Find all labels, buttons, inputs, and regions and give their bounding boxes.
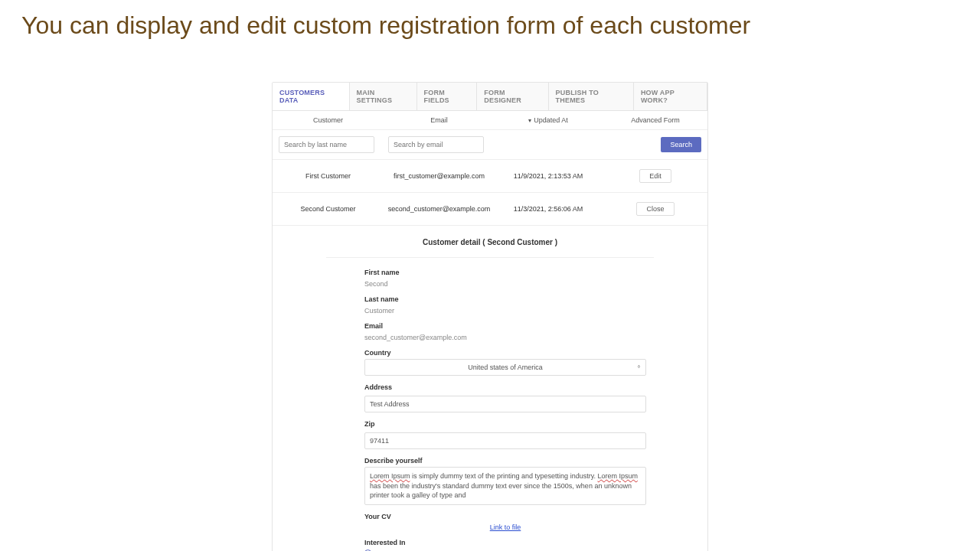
col-updated-at[interactable]: ▾Updated At	[495, 116, 602, 124]
interested-label: Interested In	[364, 539, 646, 546]
cell-updated: 11/9/2021, 2:13:53 AM	[495, 172, 602, 180]
tab-form-designer[interactable]: FORM DESIGNER	[477, 83, 548, 110]
tab-customers-data[interactable]: CUSTOMERS DATA	[273, 83, 350, 110]
table-row: First Customer first_customer@example.co…	[273, 160, 707, 193]
field-zip: Zip	[326, 420, 654, 449]
close-button[interactable]: Close	[636, 202, 674, 216]
tab-publish-to-themes[interactable]: PUBLISH TO THEMES	[549, 83, 634, 110]
col-updated-label: Updated At	[534, 116, 568, 124]
filter-row: Search	[273, 129, 707, 160]
describe-text: has been the industry's standard dummy t…	[370, 482, 632, 500]
field-email: Email second_customer@example.com	[326, 322, 654, 341]
search-email-input[interactable]	[388, 136, 484, 153]
field-interested: Interested In Computers Sport Science We…	[326, 539, 654, 551]
search-lastname-input[interactable]	[279, 136, 374, 153]
table-row: Second Customer second_customer@example.…	[273, 193, 707, 226]
tab-form-fields[interactable]: FORM FIELDS	[417, 83, 478, 110]
first-name-value: Second	[364, 280, 388, 288]
cv-link[interactable]: Link to file	[364, 523, 646, 531]
field-country: Country United states of America	[326, 349, 654, 376]
edit-button[interactable]: Edit	[639, 169, 671, 183]
col-email[interactable]: Email	[384, 116, 495, 124]
describe-text: is simply dummy text of the printing and…	[410, 472, 598, 480]
first-name-label: First name	[364, 269, 646, 276]
customer-detail: Customer detail ( Second Customer ) Firs…	[273, 226, 707, 551]
sort-desc-icon: ▾	[528, 117, 531, 124]
table-header: Customer Email ▾Updated At Advanced Form	[273, 111, 707, 129]
page-title: You can display and edit custom registra…	[0, 0, 980, 55]
tab-main-settings[interactable]: MAIN SETTINGS	[350, 83, 417, 110]
app-container: CUSTOMERS DATA MAIN SETTINGS FORM FIELDS…	[272, 82, 708, 551]
zip-input[interactable]	[364, 432, 646, 449]
describe-text: Lorem Ipsum	[597, 472, 638, 480]
describe-textarea[interactable]: Lorem Ipsum is simply dummy text of the …	[364, 467, 646, 505]
cell-customer: First Customer	[273, 172, 384, 180]
field-first-name: First name Second	[326, 269, 654, 288]
country-label: Country	[364, 349, 646, 357]
field-last-name: Last name Customer	[326, 295, 654, 315]
email-value: second_customer@example.com	[364, 334, 467, 341]
last-name-value: Customer	[364, 307, 394, 315]
zip-label: Zip	[364, 420, 646, 428]
email-label: Email	[364, 322, 646, 330]
cell-email: second_customer@example.com	[384, 205, 495, 213]
cell-updated: 11/3/2021, 2:56:06 AM	[495, 205, 602, 213]
col-customer[interactable]: Customer	[273, 116, 384, 124]
search-button[interactable]: Search	[661, 137, 701, 152]
col-advanced-form: Advanced Form	[602, 116, 709, 124]
field-cv: Your CV Link to file	[326, 513, 654, 531]
tab-how-app-work[interactable]: HOW APP WORK?	[634, 83, 707, 110]
last-name-label: Last name	[364, 295, 646, 303]
cell-customer: Second Customer	[273, 205, 384, 213]
address-label: Address	[364, 383, 646, 391]
detail-title: Customer detail ( Second Customer )	[326, 233, 654, 258]
tabs: CUSTOMERS DATA MAIN SETTINGS FORM FIELDS…	[273, 83, 707, 111]
country-select[interactable]: United states of America	[364, 359, 646, 376]
address-input[interactable]	[364, 396, 646, 412]
field-describe: Describe yourself Lorem Ipsum is simply …	[326, 457, 654, 505]
describe-label: Describe yourself	[364, 457, 646, 465]
describe-text: Lorem Ipsum	[370, 472, 410, 480]
cv-label: Your CV	[364, 513, 646, 520]
field-address: Address	[326, 383, 654, 412]
cell-email: first_customer@example.com	[384, 172, 495, 180]
